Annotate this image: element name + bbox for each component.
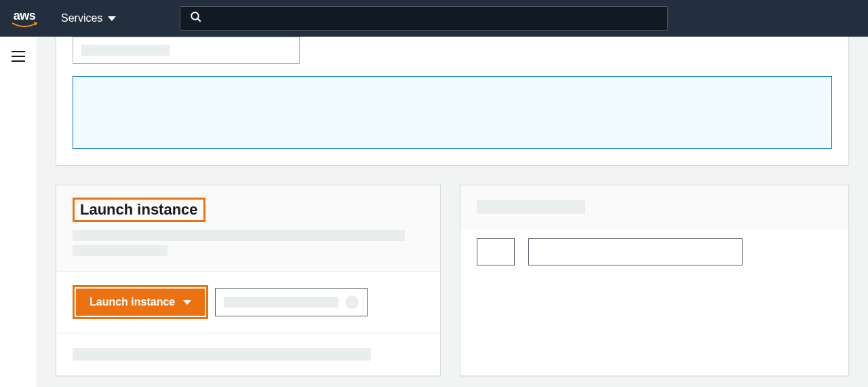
search-icon <box>190 11 202 26</box>
aws-logo[interactable]: aws <box>11 9 38 29</box>
svg-line-1 <box>198 18 201 22</box>
placeholder-skeleton <box>73 348 371 361</box>
placeholder-skeleton <box>477 200 585 214</box>
text-input[interactable] <box>73 37 300 64</box>
launch-card-body: Launch instance <box>56 272 440 333</box>
right-card-body <box>460 229 848 286</box>
hamburger-menu-button[interactable] <box>11 50 26 65</box>
svg-point-0 <box>192 12 199 20</box>
info-alert-box <box>73 76 832 149</box>
lower-row: Launch instance Launch instance <box>56 185 849 376</box>
aws-logo-text: aws <box>14 9 36 23</box>
launch-instance-card: Launch instance Launch instance <box>56 185 441 376</box>
services-dropdown[interactable]: Services <box>54 8 123 29</box>
aws-smile-icon <box>11 22 38 29</box>
launch-card-footer <box>56 333 440 375</box>
top-navigation: aws Services <box>0 0 868 37</box>
launch-instance-button[interactable]: Launch instance <box>76 289 205 316</box>
launch-button-highlight: Launch instance <box>73 285 208 319</box>
sidebar <box>0 37 37 387</box>
launch-instance-title: Launch instance <box>73 198 205 222</box>
services-label: Services <box>61 12 102 24</box>
launch-button-label: Launch instance <box>90 296 175 308</box>
content-area: Launch instance Launch instance <box>37 37 868 387</box>
large-input-box[interactable] <box>528 238 743 265</box>
secondary-action-box[interactable] <box>215 288 368 316</box>
description-skeleton <box>73 230 424 256</box>
launch-card-header: Launch instance <box>56 185 440 272</box>
small-input-box[interactable] <box>477 238 515 265</box>
right-card-header <box>460 185 848 229</box>
placeholder-circle <box>345 295 359 309</box>
caret-down-icon <box>183 300 191 305</box>
right-card <box>460 185 849 376</box>
placeholder-skeleton <box>224 297 338 308</box>
search-input[interactable] <box>180 6 668 31</box>
caret-down-icon <box>108 16 116 21</box>
main-area: Launch instance Launch instance <box>0 37 868 387</box>
top-panel <box>56 37 849 166</box>
placeholder-skeleton <box>81 45 170 56</box>
